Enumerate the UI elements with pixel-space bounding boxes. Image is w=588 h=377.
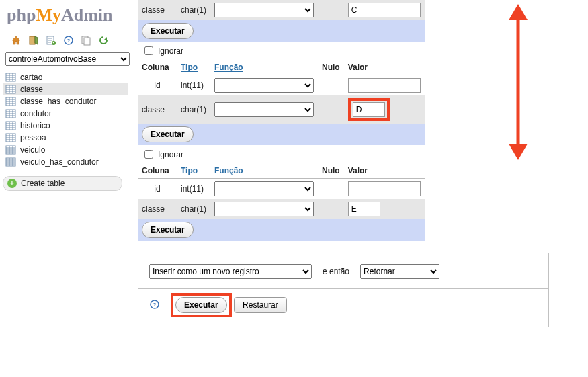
value-input-id-1[interactable] <box>348 78 421 93</box>
value-input-classe-1[interactable] <box>353 102 385 117</box>
function-select[interactable] <box>214 3 314 17</box>
header-valor: Valor <box>344 60 425 75</box>
reload-icon[interactable] <box>98 35 109 46</box>
then-select[interactable]: Retornar <box>360 264 439 279</box>
svg-text:?: ? <box>153 302 157 308</box>
table-icon <box>5 157 16 167</box>
main-content: classe char(1) Executar Ignorar Coluna T… <box>131 0 588 333</box>
sidebar-table-item[interactable]: pessoa <box>3 132 128 144</box>
help-icon[interactable]: ? <box>149 299 160 312</box>
header-row-1: Coluna Tipo Função Nulo Valor <box>138 60 425 75</box>
annotation-double-arrow-icon <box>505 4 532 160</box>
sidebar-table-label: classe_has_condutor <box>20 97 96 106</box>
col-type: char(1) <box>177 0 210 20</box>
table-icon <box>5 144 16 155</box>
logo-php: php <box>7 5 36 25</box>
sidebar-table-label: veiculo <box>20 145 45 155</box>
execute-button-0[interactable]: Executar <box>142 23 194 39</box>
svg-rect-0 <box>30 36 35 44</box>
insert-where-select[interactable]: Inserir como um novo registro <box>149 264 312 279</box>
sidebar-table-label: cartao <box>20 73 42 82</box>
sidebar-table-label: historico <box>20 121 50 130</box>
header-valor: Valor <box>344 163 425 179</box>
field-row-id-2: id int(11) <box>138 179 425 200</box>
sidebar: phpMyAdmin ? controleAutomot <box>0 0 131 333</box>
header-nulo: Nulo <box>318 163 344 179</box>
docs-icon[interactable]: ? <box>63 35 74 46</box>
col-label: classe <box>138 0 177 20</box>
value-input-classe-0[interactable] <box>348 3 421 17</box>
col-label: classe <box>138 199 177 219</box>
create-table-button[interactable]: + Create table <box>3 176 122 191</box>
execute-button-1[interactable]: Executar <box>142 126 194 142</box>
footer-restore-button[interactable]: Restaurar <box>234 297 287 313</box>
table-icon <box>5 132 16 143</box>
header-funcao[interactable]: Função <box>210 60 318 75</box>
sidebar-toolbar: ? <box>3 31 128 52</box>
ignore-row-2: Ignorar <box>138 145 425 163</box>
function-select[interactable] <box>214 102 314 117</box>
database-select[interactable]: controleAutomotivoBase <box>5 52 130 66</box>
ignore-label: Ignorar <box>158 46 183 56</box>
table-icon <box>5 72 16 83</box>
header-coluna: Coluna <box>138 163 177 179</box>
sidebar-table-item[interactable]: classe <box>3 83 128 95</box>
value-input-classe-2[interactable] <box>348 202 380 216</box>
sidebar-table-label: pessoa <box>20 133 46 142</box>
exit-icon[interactable] <box>28 35 39 46</box>
header-tipo[interactable]: Tipo <box>177 163 210 179</box>
insert-panel: classe char(1) Executar Ignorar Coluna T… <box>138 0 425 241</box>
svg-text:?: ? <box>67 38 71 44</box>
plus-icon: + <box>7 179 17 188</box>
sidebar-table-item[interactable]: condutor <box>3 108 128 120</box>
table-icon <box>5 96 16 107</box>
footer-panel-row2: ? Executar Restaurar <box>138 289 549 327</box>
function-select[interactable] <box>214 181 314 196</box>
header-row-2: Coluna Tipo Função Nulo Valor <box>138 163 425 179</box>
ignore-checkbox-2[interactable]: Ignorar <box>142 148 183 161</box>
table-icon <box>5 108 16 119</box>
ignore-label: Ignorar <box>158 150 183 159</box>
logo-admin: Admin <box>61 5 113 25</box>
table-icon <box>5 84 16 95</box>
execute-row-1: Executar <box>138 124 425 145</box>
ignore-input-1[interactable] <box>144 46 153 55</box>
table-list: cartaoclasseclasse_has_condutorcondutorh… <box>3 71 128 168</box>
logo-my: My <box>36 5 61 25</box>
col-null <box>318 0 344 20</box>
svg-point-2 <box>52 41 56 45</box>
col-label: id <box>138 179 177 200</box>
ignore-checkbox-1[interactable]: Ignorar <box>142 44 183 57</box>
ignore-input-2[interactable] <box>144 150 153 159</box>
sql-icon[interactable] <box>46 35 56 46</box>
highlighted-value-box <box>348 98 390 121</box>
function-select[interactable] <box>214 78 314 93</box>
col-type: int(11) <box>177 179 210 200</box>
execute-row-0: Executar <box>138 20 425 42</box>
col-type: int(11) <box>177 75 210 96</box>
footer-panel: Inserir como um novo registro e então Re… <box>138 253 549 289</box>
execute-button-2[interactable]: Executar <box>142 222 194 238</box>
window-icon[interactable] <box>81 35 91 46</box>
highlighted-execute-box: Executar <box>171 293 232 317</box>
home-icon[interactable] <box>11 35 22 46</box>
field-row-classe-0: classe char(1) <box>138 0 425 20</box>
sidebar-table-item[interactable]: classe_has_condutor <box>3 95 128 108</box>
field-row-classe-2: classe char(1) <box>138 199 425 219</box>
sidebar-table-label: veiculo_has_condutor <box>20 157 99 167</box>
col-type: char(1) <box>177 95 210 124</box>
sidebar-table-item[interactable]: historico <box>3 120 128 132</box>
function-select[interactable] <box>214 202 314 216</box>
sidebar-table-item[interactable]: veiculo_has_condutor <box>3 156 128 168</box>
col-type: char(1) <box>177 199 210 219</box>
database-select-input[interactable]: controleAutomotivoBase <box>5 52 130 66</box>
value-input-id-2[interactable] <box>348 181 421 196</box>
footer-execute-button[interactable]: Executar <box>175 297 227 313</box>
sidebar-table-item[interactable]: veiculo <box>3 144 128 156</box>
header-funcao[interactable]: Função <box>210 163 318 179</box>
field-row-id-1: id int(11) <box>138 75 425 96</box>
header-tipo[interactable]: Tipo <box>177 60 210 75</box>
sidebar-table-item[interactable]: cartao <box>3 71 128 83</box>
col-label: id <box>138 75 177 96</box>
execute-row-2: Executar <box>138 219 425 241</box>
